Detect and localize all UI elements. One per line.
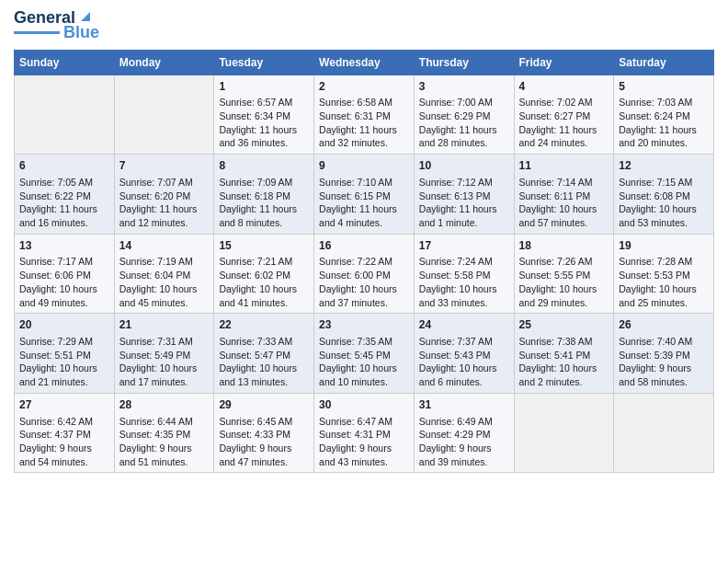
- calendar-cell: 26Sunrise: 7:40 AM Sunset: 5:39 PM Dayli…: [614, 314, 714, 394]
- calendar-cell: 10Sunrise: 7:12 AM Sunset: 6:13 PM Dayli…: [414, 155, 514, 235]
- day-number: 26: [619, 317, 709, 333]
- calendar-cell: 8Sunrise: 7:09 AM Sunset: 6:18 PM Daylig…: [214, 155, 314, 235]
- day-number: 22: [219, 317, 309, 333]
- day-number: 3: [419, 79, 509, 95]
- week-row-2: 13Sunrise: 7:17 AM Sunset: 6:06 PM Dayli…: [15, 234, 714, 314]
- calendar-cell: 23Sunrise: 7:35 AM Sunset: 5:45 PM Dayli…: [314, 314, 415, 394]
- calendar-cell: 29Sunrise: 6:45 AM Sunset: 4:33 PM Dayli…: [214, 393, 314, 473]
- header-saturday: Saturday: [614, 50, 714, 75]
- day-number: 29: [219, 397, 309, 413]
- cell-content: Sunrise: 7:12 AM Sunset: 6:13 PM Dayligh…: [419, 176, 509, 230]
- day-number: 4: [519, 79, 609, 95]
- day-number: 7: [119, 158, 210, 174]
- cell-content: Sunrise: 7:14 AM Sunset: 6:11 PM Dayligh…: [519, 176, 609, 230]
- day-number: 13: [19, 238, 109, 254]
- cell-content: Sunrise: 7:19 AM Sunset: 6:04 PM Dayligh…: [119, 255, 210, 309]
- cell-content: Sunrise: 7:02 AM Sunset: 6:27 PM Dayligh…: [519, 96, 609, 150]
- day-number: 25: [519, 317, 609, 333]
- calendar-cell: 28Sunrise: 6:44 AM Sunset: 4:35 PM Dayli…: [114, 393, 214, 473]
- cell-content: Sunrise: 6:57 AM Sunset: 6:34 PM Dayligh…: [219, 96, 309, 150]
- logo-line: [14, 31, 60, 34]
- header-wednesday: Wednesday: [314, 50, 415, 75]
- calendar-cell: 27Sunrise: 6:42 AM Sunset: 4:37 PM Dayli…: [15, 393, 115, 473]
- day-number: 2: [319, 79, 409, 95]
- day-number: 17: [419, 238, 509, 254]
- cell-content: Sunrise: 7:10 AM Sunset: 6:15 PM Dayligh…: [319, 176, 409, 230]
- calendar-cell: 25Sunrise: 7:38 AM Sunset: 5:41 PM Dayli…: [514, 314, 614, 394]
- day-number: 20: [19, 317, 109, 333]
- day-number: 5: [619, 79, 709, 95]
- cell-content: Sunrise: 7:09 AM Sunset: 6:18 PM Dayligh…: [219, 176, 309, 230]
- day-number: 11: [519, 158, 609, 174]
- day-number: 6: [19, 158, 109, 174]
- day-number: 16: [319, 238, 409, 254]
- calendar-cell: 9Sunrise: 7:10 AM Sunset: 6:15 PM Daylig…: [314, 155, 415, 235]
- cell-content: Sunrise: 7:31 AM Sunset: 5:49 PM Dayligh…: [119, 335, 210, 389]
- cell-content: Sunrise: 7:15 AM Sunset: 6:08 PM Dayligh…: [619, 176, 709, 230]
- cell-content: Sunrise: 7:07 AM Sunset: 6:20 PM Dayligh…: [119, 176, 210, 230]
- calendar-cell: 3Sunrise: 7:00 AM Sunset: 6:29 PM Daylig…: [414, 75, 514, 155]
- page-header: General Blue: [14, 9, 714, 42]
- logo-blue: Blue: [63, 24, 99, 42]
- calendar-table: SundayMondayTuesdayWednesdayThursdayFrid…: [14, 50, 714, 474]
- day-number: 27: [19, 397, 109, 413]
- cell-content: Sunrise: 6:44 AM Sunset: 4:35 PM Dayligh…: [119, 415, 210, 469]
- calendar-cell: 20Sunrise: 7:29 AM Sunset: 5:51 PM Dayli…: [15, 314, 115, 394]
- calendar-header: SundayMondayTuesdayWednesdayThursdayFrid…: [15, 50, 714, 75]
- day-number: 19: [619, 238, 709, 254]
- cell-content: Sunrise: 7:05 AM Sunset: 6:22 PM Dayligh…: [19, 176, 109, 230]
- calendar-cell: 14Sunrise: 7:19 AM Sunset: 6:04 PM Dayli…: [114, 234, 214, 314]
- cell-content: Sunrise: 7:24 AM Sunset: 5:58 PM Dayligh…: [419, 255, 509, 309]
- calendar-cell: 12Sunrise: 7:15 AM Sunset: 6:08 PM Dayli…: [614, 155, 714, 235]
- calendar-cell: [15, 75, 115, 155]
- cell-content: Sunrise: 6:47 AM Sunset: 4:31 PM Dayligh…: [319, 415, 409, 469]
- calendar-body: 1Sunrise: 6:57 AM Sunset: 6:34 PM Daylig…: [15, 75, 714, 473]
- header-tuesday: Tuesday: [214, 50, 314, 75]
- day-number: 10: [419, 158, 509, 174]
- cell-content: Sunrise: 7:33 AM Sunset: 5:47 PM Dayligh…: [219, 335, 309, 389]
- cell-content: Sunrise: 6:49 AM Sunset: 4:29 PM Dayligh…: [419, 415, 509, 469]
- header-friday: Friday: [514, 50, 614, 75]
- day-number: 23: [319, 317, 409, 333]
- svg-marker-0: [81, 12, 90, 21]
- cell-content: Sunrise: 6:58 AM Sunset: 6:31 PM Dayligh…: [319, 96, 409, 150]
- week-row-1: 6Sunrise: 7:05 AM Sunset: 6:22 PM Daylig…: [15, 155, 714, 235]
- day-number: 8: [219, 158, 309, 174]
- day-number: 14: [119, 238, 210, 254]
- calendar-cell: 1Sunrise: 6:57 AM Sunset: 6:34 PM Daylig…: [214, 75, 314, 155]
- calendar-cell: 19Sunrise: 7:28 AM Sunset: 5:53 PM Dayli…: [614, 234, 714, 314]
- day-number: 18: [519, 238, 609, 254]
- calendar-cell: 22Sunrise: 7:33 AM Sunset: 5:47 PM Dayli…: [214, 314, 314, 394]
- cell-content: Sunrise: 7:21 AM Sunset: 6:02 PM Dayligh…: [219, 255, 309, 309]
- cell-content: Sunrise: 7:37 AM Sunset: 5:43 PM Dayligh…: [419, 335, 509, 389]
- day-number: 24: [419, 317, 509, 333]
- cell-content: Sunrise: 7:26 AM Sunset: 5:55 PM Dayligh…: [519, 255, 609, 309]
- cell-content: Sunrise: 7:28 AM Sunset: 5:53 PM Dayligh…: [619, 255, 709, 309]
- calendar-cell: 6Sunrise: 7:05 AM Sunset: 6:22 PM Daylig…: [15, 155, 115, 235]
- calendar-cell: 5Sunrise: 7:03 AM Sunset: 6:24 PM Daylig…: [614, 75, 714, 155]
- calendar-cell: 17Sunrise: 7:24 AM Sunset: 5:58 PM Dayli…: [414, 234, 514, 314]
- header-sunday: Sunday: [15, 50, 115, 75]
- week-row-0: 1Sunrise: 6:57 AM Sunset: 6:34 PM Daylig…: [15, 75, 714, 155]
- cell-content: Sunrise: 7:29 AM Sunset: 5:51 PM Dayligh…: [19, 335, 109, 389]
- day-number: 31: [419, 397, 509, 413]
- week-row-3: 20Sunrise: 7:29 AM Sunset: 5:51 PM Dayli…: [15, 314, 714, 394]
- calendar-cell: 15Sunrise: 7:21 AM Sunset: 6:02 PM Dayli…: [214, 234, 314, 314]
- calendar-cell: 30Sunrise: 6:47 AM Sunset: 4:31 PM Dayli…: [314, 393, 415, 473]
- cell-content: Sunrise: 7:00 AM Sunset: 6:29 PM Dayligh…: [419, 96, 509, 150]
- day-number: 21: [119, 317, 210, 333]
- day-number: 15: [219, 238, 309, 254]
- cell-content: Sunrise: 7:22 AM Sunset: 6:00 PM Dayligh…: [319, 255, 409, 309]
- logo: General Blue: [14, 9, 99, 42]
- cell-content: Sunrise: 7:03 AM Sunset: 6:24 PM Dayligh…: [619, 96, 709, 150]
- cell-content: Sunrise: 6:42 AM Sunset: 4:37 PM Dayligh…: [19, 415, 109, 469]
- header-monday: Monday: [114, 50, 214, 75]
- week-row-4: 27Sunrise: 6:42 AM Sunset: 4:37 PM Dayli…: [15, 393, 714, 473]
- calendar-cell: 4Sunrise: 7:02 AM Sunset: 6:27 PM Daylig…: [514, 75, 614, 155]
- calendar-cell: 7Sunrise: 7:07 AM Sunset: 6:20 PM Daylig…: [114, 155, 214, 235]
- cell-content: Sunrise: 7:17 AM Sunset: 6:06 PM Dayligh…: [19, 255, 109, 309]
- calendar-cell: 2Sunrise: 6:58 AM Sunset: 6:31 PM Daylig…: [314, 75, 415, 155]
- header-thursday: Thursday: [414, 50, 514, 75]
- cell-content: Sunrise: 7:38 AM Sunset: 5:41 PM Dayligh…: [519, 335, 609, 389]
- day-number: 12: [619, 158, 709, 174]
